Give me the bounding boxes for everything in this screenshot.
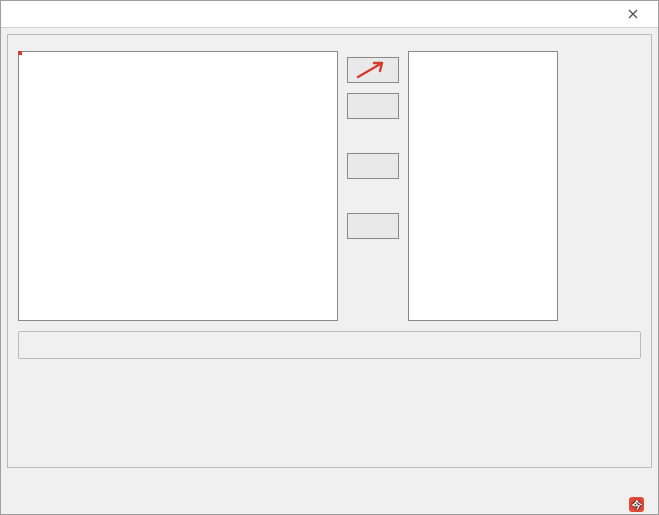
available-indicators-list[interactable]: [18, 51, 338, 321]
add-button[interactable]: [347, 57, 399, 83]
move-down-button[interactable]: [347, 213, 399, 239]
tab-panel: [7, 34, 652, 468]
window: 今: [0, 0, 659, 515]
transfer-buttons: [346, 57, 400, 239]
close-button[interactable]: [614, 4, 652, 24]
watermark-logo-icon: 今: [629, 497, 644, 512]
selected-indicators-list[interactable]: [408, 51, 558, 321]
move-up-button[interactable]: [347, 153, 399, 179]
watermark: 今: [629, 497, 648, 512]
titlebar: [1, 1, 658, 28]
remove-button[interactable]: [347, 93, 399, 119]
data-count-group: [18, 331, 641, 359]
lists-area: [18, 51, 641, 321]
